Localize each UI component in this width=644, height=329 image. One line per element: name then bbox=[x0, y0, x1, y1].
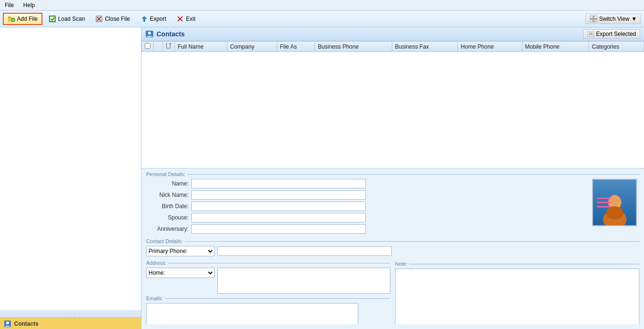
name-label: Name: bbox=[146, 180, 189, 187]
contact-details-section: Contact Details: Primary Phone: Home Pho… bbox=[146, 238, 639, 256]
address-section-label: Address: bbox=[146, 260, 390, 266]
switch-view-icon bbox=[590, 16, 597, 22]
sidebar-footer[interactable]: Contacts bbox=[0, 317, 141, 329]
col-homephone[interactable]: Home Phone bbox=[458, 42, 522, 52]
export-selected-button[interactable]: Export Selected bbox=[583, 29, 640, 39]
name-row: Name: bbox=[146, 179, 587, 188]
anniversary-row: Anniversary: bbox=[146, 224, 587, 234]
nickname-input[interactable] bbox=[191, 190, 366, 200]
contacts-title-icon bbox=[145, 30, 154, 38]
add-file-button[interactable]: Add File bbox=[3, 13, 42, 25]
contacts-title: Contacts bbox=[145, 30, 185, 38]
detail-columns: Name: Nick Name: Birth Date: Spouse: bbox=[146, 179, 639, 236]
attachment-icon bbox=[166, 43, 172, 49]
col-flag bbox=[154, 42, 163, 52]
contact-details-section-label: Contact Details: bbox=[146, 238, 639, 244]
load-scan-icon bbox=[49, 15, 56, 23]
note-section-label: Note: bbox=[395, 261, 639, 267]
address-section: Address: Home: Work: Other: bbox=[146, 260, 390, 294]
exit-icon bbox=[176, 15, 184, 23]
svg-rect-1 bbox=[8, 17, 11, 18]
contact-card bbox=[592, 179, 637, 226]
svg-marker-9 bbox=[141, 16, 147, 22]
card-line-1 bbox=[597, 198, 611, 199]
svg-rect-20 bbox=[587, 31, 594, 37]
svg-rect-4 bbox=[13, 19, 14, 21]
anniversary-label: Anniversary: bbox=[146, 226, 189, 232]
switch-view-dropdown-icon: ▼ bbox=[631, 16, 637, 22]
birthdate-label: Birth Date: bbox=[146, 203, 189, 210]
card-lines bbox=[597, 198, 611, 208]
add-file-icon bbox=[8, 15, 15, 23]
switch-view-button[interactable]: Switch View ▼ bbox=[586, 14, 641, 24]
phone-input[interactable] bbox=[217, 246, 392, 256]
detail-left: Name: Nick Name: Birth Date: Spouse: bbox=[146, 179, 587, 236]
contacts-footer-icon bbox=[4, 320, 11, 328]
svg-rect-13 bbox=[594, 16, 597, 18]
right-panel: Contacts Export Selected bbox=[141, 27, 644, 329]
export-selected-label: Export Selected bbox=[596, 31, 636, 37]
note-textarea[interactable] bbox=[395, 269, 639, 324]
contacts-table: Full Name Company File As Business Phone… bbox=[141, 41, 644, 52]
card-line-2 bbox=[597, 202, 611, 203]
export-selected-icon bbox=[587, 31, 594, 37]
col-categories[interactable]: Categories bbox=[589, 42, 644, 52]
bottom-detail-area: Address: Home: Work: Other: bbox=[146, 258, 639, 324]
phone-type-select[interactable]: Primary Phone: Home Phone: Work Phone: M… bbox=[146, 246, 215, 256]
select-all-checkbox[interactable] bbox=[145, 43, 150, 49]
name-input[interactable] bbox=[191, 179, 366, 188]
export-button[interactable]: Export bbox=[136, 13, 171, 25]
address-textarea[interactable] bbox=[217, 268, 390, 294]
nickname-label: Nick Name: bbox=[146, 192, 189, 198]
contacts-header: Contacts Export Selected bbox=[141, 27, 644, 41]
svg-rect-12 bbox=[590, 16, 593, 18]
emails-textarea[interactable] bbox=[146, 303, 358, 324]
birthdate-input[interactable] bbox=[191, 202, 366, 211]
close-file-button[interactable]: Close File bbox=[91, 13, 134, 25]
col-attach bbox=[163, 42, 175, 52]
personal-details-section-label: Personal Details: bbox=[146, 171, 639, 177]
exit-button[interactable]: Exit bbox=[172, 13, 199, 25]
spouse-label: Spouse: bbox=[146, 214, 189, 221]
sidebar: · · · · · Contacts bbox=[0, 27, 141, 329]
nickname-row: Nick Name: bbox=[146, 190, 587, 200]
note-section: Note: bbox=[395, 261, 639, 324]
col-checkbox[interactable] bbox=[142, 42, 154, 52]
svg-rect-14 bbox=[590, 19, 593, 22]
anniversary-input[interactable] bbox=[191, 224, 366, 234]
col-fullname[interactable]: Full Name bbox=[175, 42, 227, 52]
col-company[interactable]: Company bbox=[227, 42, 277, 52]
sidebar-content bbox=[0, 27, 141, 310]
col-mobilephone[interactable]: Mobile Phone bbox=[522, 42, 589, 52]
svg-rect-15 bbox=[594, 19, 597, 22]
sidebar-footer-label: Contacts bbox=[14, 321, 38, 327]
resize-handle[interactable]: · · · · · bbox=[0, 310, 141, 317]
address-type-select[interactable]: Home: Work: Other: bbox=[146, 268, 215, 278]
left-detail-col: Address: Home: Work: Other: bbox=[146, 258, 390, 324]
col-bizfax[interactable]: Business Fax bbox=[392, 42, 458, 52]
spouse-row: Spouse: bbox=[146, 213, 587, 222]
load-scan-button[interactable]: Load Scan bbox=[44, 13, 89, 25]
toolbar: Add File Load Scan Close File Export Exi… bbox=[0, 11, 644, 27]
contacts-table-area[interactable]: Full Name Company File As Business Phone… bbox=[141, 41, 644, 169]
menu-file[interactable]: File bbox=[3, 1, 16, 9]
contacts-panel-title: Contacts bbox=[157, 30, 185, 38]
phone-row: Primary Phone: Home Phone: Work Phone: M… bbox=[146, 246, 639, 256]
svg-point-25 bbox=[606, 206, 623, 219]
col-fileas[interactable]: File As bbox=[277, 42, 314, 52]
emails-section: Emails: bbox=[146, 295, 390, 324]
emails-section-label: Emails: bbox=[146, 295, 390, 301]
col-bizphone[interactable]: Business Phone bbox=[315, 42, 392, 52]
birthdate-row: Birth Date: bbox=[146, 202, 587, 211]
export-icon bbox=[140, 15, 148, 23]
svg-point-17 bbox=[6, 321, 9, 324]
card-line-3 bbox=[597, 206, 611, 208]
menu-help[interactable]: Help bbox=[21, 1, 37, 9]
contact-avatar bbox=[598, 192, 631, 225]
address-row: Home: Work: Other: bbox=[146, 268, 390, 294]
main-area: · · · · · Contacts Contacts bbox=[0, 27, 644, 329]
close-file-icon bbox=[95, 15, 103, 23]
svg-point-19 bbox=[148, 32, 151, 34]
spouse-input[interactable] bbox=[191, 213, 366, 222]
detail-panel: Personal Details: Name: Nick Name: Birth… bbox=[141, 169, 644, 324]
